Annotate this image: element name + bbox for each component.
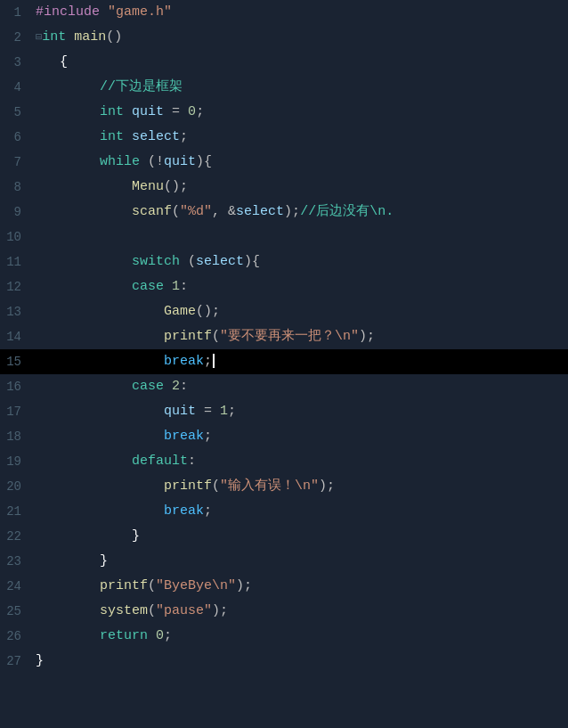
line-number-19: 19 xyxy=(0,449,32,474)
line-content-16: case 2: xyxy=(32,374,568,399)
line-content-7: while (!quit){ xyxy=(32,150,568,175)
code-line-12: 12 case 1: xyxy=(0,274,568,299)
code-line-11: 11 switch (select){ xyxy=(0,249,568,274)
code-line-24: 24 printf("ByeBye\n"); xyxy=(0,574,568,599)
code-line-1: 1 #include "game.h" xyxy=(0,0,568,25)
line-content-12: case 1: xyxy=(32,274,568,299)
line-content-15: break; xyxy=(32,349,568,374)
line-content-21: break; xyxy=(32,499,568,524)
line-number-17: 17 xyxy=(0,399,32,424)
code-line-19: 19 default: xyxy=(0,449,568,474)
code-line-21: 21 break; xyxy=(0,499,568,524)
line-number-26: 26 xyxy=(0,624,32,649)
line-number-21: 21 xyxy=(0,499,32,524)
line-content-17: quit = 1; xyxy=(32,399,568,424)
line-content-6: int select; xyxy=(32,125,568,150)
code-line-8: 8 Menu(); xyxy=(0,175,568,200)
line-number-1: 1 xyxy=(0,0,32,25)
line-content-5: int quit = 0; xyxy=(32,100,568,125)
line-number-22: 22 xyxy=(0,524,32,549)
line-number-10: 10 xyxy=(0,225,32,249)
line-content-11: switch (select){ xyxy=(32,249,568,274)
line-content-13: Game(); xyxy=(32,299,568,324)
line-number-18: 18 xyxy=(0,424,32,449)
line-number-15: 15 xyxy=(0,349,32,374)
line-number-20: 20 xyxy=(0,474,32,499)
line-number-7: 7 xyxy=(0,150,32,175)
code-line-9: 9 scanf("%d", &select);//后边没有\n. xyxy=(0,200,568,225)
code-line-25: 25 system("pause"); xyxy=(0,599,568,624)
line-number-3: 3 xyxy=(0,50,32,75)
code-line-14: 14 printf("要不要再来一把？\n"); xyxy=(0,324,568,349)
line-number-8: 8 xyxy=(0,175,32,200)
line-number-6: 6 xyxy=(0,125,32,150)
line-content-25: system("pause"); xyxy=(32,599,568,624)
code-editor[interactable]: 1 #include "game.h" 2 ⊟int main() 3 { 4 … xyxy=(0,0,568,674)
code-line-3: 3 { xyxy=(0,50,568,75)
line-content-2: ⊟int main() xyxy=(32,25,568,50)
code-line-7: 7 while (!quit){ xyxy=(0,150,568,175)
line-number-13: 13 xyxy=(0,299,32,324)
code-line-22: 22 } xyxy=(0,524,568,549)
line-content-8: Menu(); xyxy=(32,175,568,200)
line-content-14: printf("要不要再来一把？\n"); xyxy=(32,324,568,349)
code-line-27: 27 } xyxy=(0,649,568,674)
code-line-15: 15 break; xyxy=(0,349,568,374)
line-number-11: 11 xyxy=(0,249,32,274)
line-number-16: 16 xyxy=(0,374,32,399)
code-line-10: 10 xyxy=(0,225,568,249)
code-line-6: 6 int select; xyxy=(0,125,568,150)
line-number-4: 4 xyxy=(0,75,32,100)
code-line-4: 4 //下边是框架 xyxy=(0,75,568,100)
code-line-2: 2 ⊟int main() xyxy=(0,25,568,50)
line-number-14: 14 xyxy=(0,324,32,349)
line-number-12: 12 xyxy=(0,274,32,299)
code-line-26: 26 return 0; xyxy=(0,624,568,649)
line-number-9: 9 xyxy=(0,200,32,225)
line-number-24: 24 xyxy=(0,574,32,599)
code-line-23: 23 } xyxy=(0,549,568,574)
line-number-25: 25 xyxy=(0,599,32,624)
line-content-24: printf("ByeBye\n"); xyxy=(32,574,568,599)
line-number-5: 5 xyxy=(0,100,32,125)
code-line-20: 20 printf("输入有误！\n"); xyxy=(0,474,568,499)
line-number-23: 23 xyxy=(0,549,32,574)
line-content-1: #include "game.h" xyxy=(32,0,568,25)
code-line-18: 18 break; xyxy=(0,424,568,449)
line-content-22: } xyxy=(32,524,568,549)
line-content-3: { xyxy=(32,50,568,75)
line-content-18: break; xyxy=(32,424,568,449)
code-line-17: 17 quit = 1; xyxy=(0,399,568,424)
line-content-9: scanf("%d", &select);//后边没有\n. xyxy=(32,200,568,225)
line-number-2: 2 xyxy=(0,25,32,50)
code-line-16: 16 case 2: xyxy=(0,374,568,399)
code-line-13: 13 Game(); xyxy=(0,299,568,324)
line-content-26: return 0; xyxy=(32,624,568,649)
line-content-27: } xyxy=(32,649,568,674)
line-content-4: //下边是框架 xyxy=(32,75,568,100)
line-content-10 xyxy=(32,225,568,249)
line-content-23: } xyxy=(32,549,568,574)
line-content-19: default: xyxy=(32,449,568,474)
code-line-5: 5 int quit = 0; xyxy=(0,100,568,125)
line-content-20: printf("输入有误！\n"); xyxy=(32,474,568,499)
line-number-27: 27 xyxy=(0,649,32,674)
